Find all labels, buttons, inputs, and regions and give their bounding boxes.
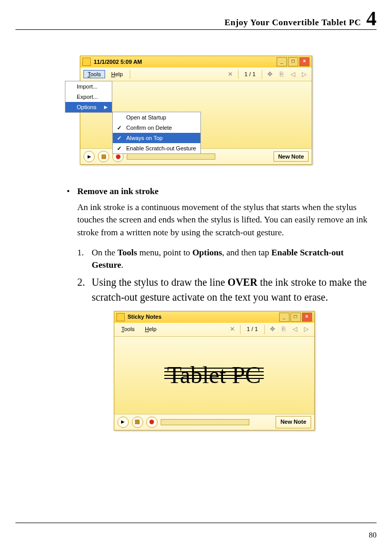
header-title: Enjoy Your Convertible Tablet PC <box>225 18 361 28</box>
page-indicator: 1 / 1 <box>242 71 259 77</box>
next-icon[interactable]: ▷ <box>299 70 309 79</box>
list-number: 1. <box>77 247 92 272</box>
menubar: Tools Help ✕ 1 / 1 ✥ ⎘ ◁ ▷ <box>114 323 314 337</box>
app-icon <box>82 58 91 66</box>
opt-always-top[interactable]: Always on Top <box>113 133 200 143</box>
list-number: 2. <box>77 275 92 305</box>
progress-slider[interactable] <box>127 153 215 160</box>
play-button[interactable]: ▶ <box>83 151 95 162</box>
bullet-icon: • <box>59 185 77 198</box>
body-content: • Remove an ink stroke An ink stroke is … <box>59 185 369 430</box>
delete-icon[interactable]: ✕ <box>226 70 235 79</box>
options-submenu: Open at Startup Confirm on Delete Always… <box>112 112 201 154</box>
maximize-button[interactable]: □ <box>288 57 298 66</box>
menu-import[interactable]: Import... <box>65 81 112 92</box>
numbered-list: 1. On the Tools menu, point to Options, … <box>77 247 369 305</box>
window-title: Sticky Notes <box>128 313 162 321</box>
list-item: Using the stylus to draw the line OVER t… <box>92 275 369 305</box>
sticky-notes-window-2: Sticky Notes _ □ × Tools Help ✕ 1 / 1 ✥ … <box>114 311 315 430</box>
menu-help[interactable]: Help <box>107 70 127 78</box>
new-note-button[interactable]: New Note <box>274 151 309 162</box>
copy-icon[interactable]: ⎘ <box>277 70 286 79</box>
prev-icon[interactable]: ◁ <box>288 70 297 79</box>
page-number: 80 <box>369 531 377 540</box>
drag-icon[interactable]: ✥ <box>268 325 277 334</box>
titlebar[interactable]: 11/1/2002 5:09 AM _ □ × <box>80 56 312 67</box>
close-button[interactable]: × <box>299 57 310 66</box>
drag-icon[interactable]: ✥ <box>265 70 275 79</box>
close-button[interactable]: × <box>302 313 312 322</box>
menubar: Tools Help ✕ 1 / 1 ✥ ⎘ ◁ ▷ Import... Exp… <box>80 67 312 81</box>
menu-export[interactable]: Export... <box>65 92 112 102</box>
record-button[interactable] <box>146 417 158 428</box>
bottom-toolbar: ▶ New Note <box>114 414 314 430</box>
copy-icon[interactable]: ⎘ <box>279 325 288 334</box>
stop-button[interactable] <box>132 417 143 428</box>
opt-open-startup[interactable]: Open at Startup <box>113 112 200 123</box>
chapter-number: 4 <box>366 10 377 27</box>
titlebar[interactable]: Sticky Notes _ □ × <box>114 311 314 323</box>
toolbar-separator <box>238 70 238 79</box>
app-icon <box>116 313 125 321</box>
window-title: 11/1/2002 5:09 AM <box>94 59 142 65</box>
page-indicator: 1 / 1 <box>244 325 261 334</box>
footer-rule <box>15 523 377 523</box>
menu-tools[interactable]: Tools <box>117 324 139 335</box>
toolbar-separator <box>264 325 265 334</box>
list-item: On the Tools menu, point to Options, and… <box>92 247 369 272</box>
stop-button[interactable] <box>98 151 109 162</box>
progress-slider[interactable] <box>161 419 249 425</box>
submenu-arrow-icon: ▶ <box>104 105 108 110</box>
toolbar-separator <box>262 70 262 79</box>
minimize-button[interactable]: _ <box>277 57 287 66</box>
note-canvas[interactable]: Tablet PC <box>114 337 314 414</box>
play-button[interactable]: ▶ <box>117 417 129 428</box>
next-icon[interactable]: ▷ <box>302 325 311 334</box>
opt-confirm-delete[interactable]: Confirm on Delete <box>113 123 200 133</box>
sticky-notes-window-1: 11/1/2002 5:09 AM _ □ × Tools Help ✕ 1 /… <box>80 56 312 165</box>
menu-tools[interactable]: Tools <box>83 70 105 78</box>
tools-dropdown: Import... Export... Options▶ <box>65 81 112 113</box>
menu-options[interactable]: Options▶ <box>65 102 112 112</box>
menu-help[interactable]: Help <box>141 324 161 335</box>
paragraph: An ink stroke is a continuous movement o… <box>77 201 369 239</box>
handwritten-text: Tablet PC <box>167 358 261 393</box>
delete-icon[interactable]: ✕ <box>228 325 237 334</box>
minimize-button[interactable]: _ <box>279 313 289 322</box>
prev-icon[interactable]: ◁ <box>291 325 300 334</box>
page-header: Enjoy Your Convertible Tablet PC 4 <box>15 10 377 30</box>
section-heading: Remove an ink stroke <box>77 185 159 198</box>
opt-scratch-out[interactable]: Enable Scratch-out Gesture <box>113 143 200 153</box>
toolbar-separator <box>130 70 130 79</box>
maximize-button[interactable]: □ <box>291 313 301 322</box>
toolbar-separator <box>240 325 241 334</box>
new-note-button[interactable]: New Note <box>276 416 311 428</box>
